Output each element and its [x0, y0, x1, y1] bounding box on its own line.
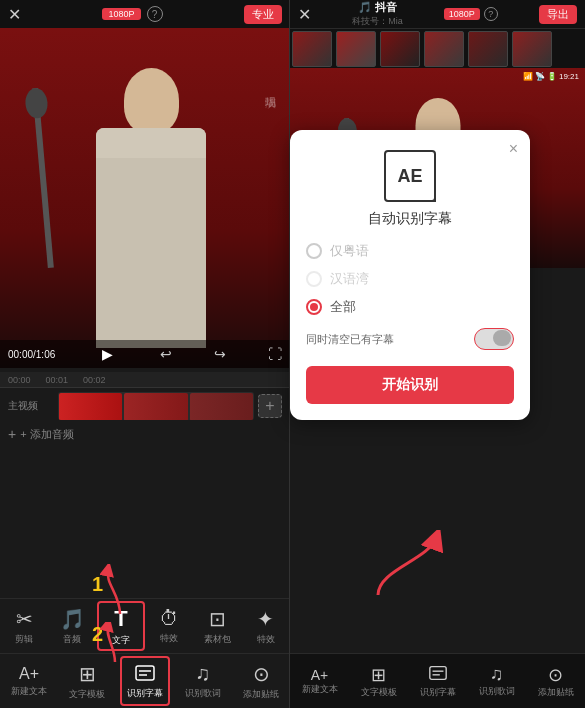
add-audio-label[interactable]: + 添加音频	[20, 427, 73, 442]
right-tool-sticker[interactable]: ⊙ 添加贴纸	[531, 656, 581, 706]
time-ruler: 00:00 00:01 00:02	[8, 375, 106, 385]
add-text-icon: A+	[19, 665, 39, 683]
track-clip-2[interactable]	[124, 393, 187, 420]
left-video-preview: 演唱现场 00:00/1:06 ▶ ↩ ↪ ⛶	[0, 28, 290, 368]
toggle-row: 同时清空已有字幕	[306, 328, 514, 350]
right-text-template-label: 文字模板	[361, 686, 397, 699]
thumb-6	[512, 31, 552, 67]
track-clip-1[interactable]	[59, 393, 122, 420]
add-audio-icon: +	[8, 426, 16, 442]
modal-close-button[interactable]: ×	[509, 140, 518, 158]
time-display: 19:21	[559, 72, 579, 81]
thumb-3	[380, 31, 420, 67]
overlay-icon: ⊡	[209, 607, 226, 631]
main-track	[58, 392, 254, 420]
tool-filter[interactable]: ⏱ 特效	[145, 601, 193, 651]
arrow-to-subtitle	[100, 622, 140, 666]
right-tool-text-template[interactable]: ⊞ 文字模板	[354, 656, 404, 706]
add-text-label: 新建文本	[11, 685, 47, 698]
radio-cantonese	[306, 271, 322, 287]
main-track-row: 主视频 +	[0, 388, 290, 424]
right-close-icon[interactable]: ✕	[298, 5, 311, 24]
video-background: 演唱现场	[0, 28, 290, 368]
right-add-text-label: 新建文本	[302, 683, 338, 696]
tiktok-sub: 科技号：Mia	[352, 15, 403, 28]
right-tool-lyrics[interactable]: ♫ 识别歌词	[472, 656, 522, 706]
right-subtitle-label: 识别字幕	[420, 686, 456, 699]
right-lyrics-icon: ♫	[490, 664, 504, 685]
thumbnail-strip-top	[290, 28, 585, 68]
battery-icon: 🔋	[547, 72, 557, 81]
subtitle-rec-label: 识别字幕	[127, 687, 163, 700]
modal-option-cantonese: 汉语湾	[306, 270, 514, 288]
right-sticker-label: 添加贴纸	[538, 686, 574, 699]
help-icon[interactable]: ?	[147, 6, 163, 22]
tool-overlay[interactable]: ⊡ 素材包	[193, 601, 241, 651]
tool-add-text[interactable]: A+ 新建文本	[4, 656, 54, 706]
text-template-icon: ⊞	[79, 662, 96, 686]
track-clip-3[interactable]	[190, 393, 253, 420]
wifi-icon: 📡	[535, 72, 545, 81]
cut-label: 剪辑	[15, 633, 33, 646]
modal-title: 自动识别字幕	[306, 210, 514, 228]
thumb-2	[336, 31, 376, 67]
add-sticker-label: 添加贴纸	[243, 688, 279, 701]
right-top-bar: ✕ 🎵 抖音 科技号：Mia 1080P ? 导出	[290, 0, 585, 28]
add-sticker-icon: ⊙	[253, 662, 270, 686]
lyrics-rec-icon: ♫	[196, 662, 211, 685]
modal-icon-area: AE	[306, 150, 514, 202]
right-tool-add-text[interactable]: A+ 新建文本	[295, 656, 345, 706]
tool-audio[interactable]: 🎵 音频	[48, 601, 96, 651]
redo-icon[interactable]: ↪	[214, 346, 226, 362]
svg-rect-5	[429, 667, 445, 680]
status-overlay: 📶 📡 🔋 19:21	[523, 72, 579, 81]
timeline-area: 00:00 00:01 00:02 主视频 + + + 添加音频	[0, 368, 290, 598]
modal-option-all[interactable]: 全部	[306, 298, 514, 316]
toggle-switch[interactable]	[474, 328, 514, 350]
right-add-text-icon: A+	[311, 667, 329, 683]
add-clip-button[interactable]: +	[258, 394, 282, 418]
lyrics-rec-label: 识别歌词	[185, 687, 221, 700]
undo-icon[interactable]: ↩	[160, 346, 172, 362]
start-recognition-button[interactable]: 开始识别	[306, 366, 514, 404]
main-track-label: 主视频	[8, 399, 58, 413]
tool-lyrics-rec[interactable]: ♫ 识别歌词	[178, 656, 228, 706]
tool-add-sticker[interactable]: ⊙ 添加贴纸	[236, 656, 286, 706]
adjust-label: 特效	[257, 633, 275, 646]
thumb-4	[424, 31, 464, 67]
left-panel: ✕ 1080P ? 专业 演唱现场 00:0	[0, 0, 290, 708]
radio-mandarin[interactable]	[306, 243, 322, 259]
right-quality-badge: 1080P	[444, 8, 480, 20]
overlay-label: 素材包	[204, 633, 231, 646]
filter-icon: ⏱	[159, 607, 179, 630]
person-figure	[81, 58, 241, 368]
text-template-label: 文字模板	[69, 688, 105, 701]
arrow-to-text	[100, 564, 140, 618]
audio-label: 音频	[63, 633, 81, 646]
tool-cut[interactable]: ✂ 剪辑	[0, 601, 48, 651]
video-time: 00:00/1:06	[8, 349, 55, 360]
export-button[interactable]: 导出	[539, 5, 577, 24]
close-icon[interactable]: ✕	[8, 5, 21, 24]
radio-all[interactable]	[306, 299, 322, 315]
thumb-5	[468, 31, 508, 67]
modal-dialog: × AE 自动识别字幕 仅粤语 汉语湾 全部 同时清空已有字幕 开始识别	[290, 130, 530, 420]
adjust-icon: ✦	[257, 607, 274, 631]
filter-label: 特效	[160, 632, 178, 645]
left-top-bar: ✕ 1080P ? 专业	[0, 0, 290, 28]
option-cantonese-label: 汉语湾	[330, 270, 369, 288]
toolbar-row-1: ✂ 剪辑 🎵 音频 T 文字 ⏱ 特效 ⊡ 素材包 ✦ 特效	[0, 598, 290, 653]
quality-badge: 1080P	[102, 8, 140, 20]
video-controls: 00:00/1:06 ▶ ↩ ↪ ⛶	[0, 340, 290, 368]
tool-adjust[interactable]: ✦ 特效	[242, 601, 290, 651]
right-bottom-toolbar: A+ 新建文本 ⊞ 文字模板 识别字幕 ♫ 识别歌词 ⊙ 添加贴纸	[290, 653, 585, 708]
right-help-icon[interactable]: ?	[484, 7, 498, 21]
play-button[interactable]: ▶	[97, 344, 117, 364]
right-tool-subtitle-rec[interactable]: 识别字幕	[413, 656, 463, 706]
right-lyrics-label: 识别歌词	[479, 685, 515, 698]
fullscreen-icon[interactable]: ⛶	[268, 346, 282, 362]
audio-icon: 🎵	[60, 607, 85, 631]
special-button[interactable]: 专业	[244, 5, 282, 24]
option-mandarin-label: 仅粤语	[330, 242, 369, 260]
modal-option-mandarin[interactable]: 仅粤语	[306, 242, 514, 260]
